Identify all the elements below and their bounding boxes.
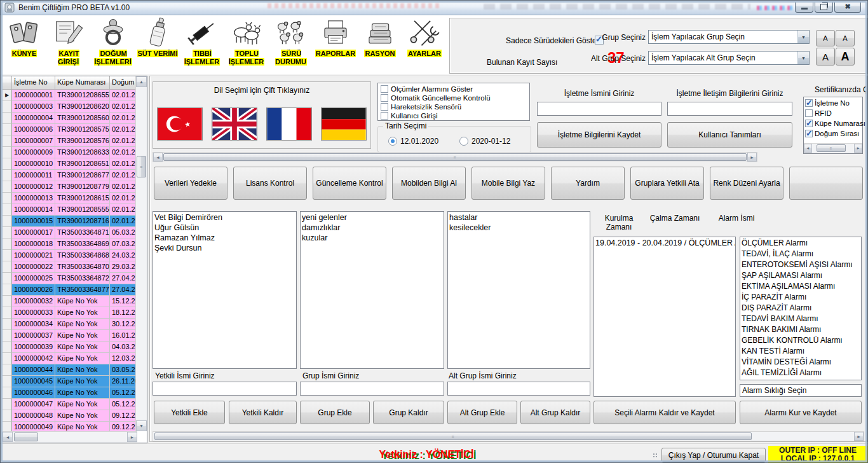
option-kullanici-girisi[interactable]: Kullanıcı Girişi: [381, 111, 529, 120]
table-cell[interactable]: TR39001208560: [55, 113, 110, 124]
table-cell[interactable]: 1000000046: [12, 387, 55, 399]
list-item[interactable]: İÇ PARAZİT Alarmı: [742, 292, 861, 303]
altgrup-kaldir-button[interactable]: Alt Grup Kaldır: [520, 401, 590, 424]
table-cell[interactable]: 02.01.20: [110, 101, 136, 113]
table-cell[interactable]: 1000000012: [12, 181, 55, 193]
alarm-types-list[interactable]: ÖLÇÜMLER AlarmıTEDAVİ, İLAÇ AlarmıENTERO…: [740, 237, 862, 380]
toolbar-item-dogum-islemleri[interactable]: DOĞUM İŞLEMLERİ: [92, 15, 135, 74]
checkbox[interactable]: [805, 109, 813, 117]
action-button-mobilden-bilgi-al[interactable]: Mobilden Bilgi Al: [392, 167, 466, 200]
groups-list[interactable]: yeni gelenlerdamızlıklarkuzular: [300, 211, 444, 369]
table-cell[interactable]: TR39001208655: [55, 90, 110, 101]
table-cell[interactable]: 1000000018: [12, 238, 55, 250]
list-item[interactable]: EKTİMA AŞILAMASI Alarmı: [742, 281, 861, 292]
table-row[interactable]: 1000000042Küpe No Yok12.03.20: [3, 353, 136, 364]
logout-button[interactable]: Çıkış Yap / Oturumu Kapat: [661, 448, 766, 462]
table-row[interactable]: 1000000007TR3900120857602.01.20: [3, 135, 136, 147]
table-cell[interactable]: TR35003364870: [55, 261, 110, 273]
row-selector[interactable]: [3, 410, 12, 422]
font-size-button-2[interactable]: A: [836, 30, 855, 46]
checkbox[interactable]: [381, 94, 388, 102]
table-cell[interactable]: TR35003364872: [55, 273, 110, 284]
table-cell[interactable]: 1000000032: [12, 296, 55, 307]
list-item[interactable]: ÖLÇÜMLER Alarmı: [742, 238, 861, 249]
chevron-down-icon[interactable]: ▼: [797, 52, 809, 64]
list-item[interactable]: VİTAMİN DESTEĞİ Alarmı: [742, 357, 861, 368]
list-item[interactable]: Ramazan Yılmaz: [154, 233, 296, 243]
grup-kaldir-button[interactable]: Grup Kaldır: [373, 401, 444, 424]
scroll-down-icon[interactable]: ▼: [136, 420, 147, 431]
table-vertical-scrollbar[interactable]: ▲ ≡ ▼: [135, 76, 147, 431]
list-item[interactable]: GEBELİK KONTROLÜ Alarmı: [742, 335, 861, 346]
row-selector[interactable]: [3, 101, 12, 113]
table-row[interactable]: 1000000012TR3900120877902.01.20: [3, 181, 136, 193]
list-item[interactable]: ENTEROTOKSEMİ AŞISI Alarmı: [742, 259, 861, 270]
row-selector[interactable]: [3, 250, 12, 261]
table-row[interactable]: 1000000032Küpe No Yok15.12.20: [3, 296, 136, 307]
list-item[interactable]: 19.04.2019 - 20.04.2019 / ÖLÇÜMLER Alarm…: [595, 238, 735, 248]
row-selector[interactable]: [3, 261, 12, 273]
certificate-option[interactable]: Doğum Sırası: [805, 128, 868, 139]
table-row[interactable]: 1000000003TR3900120862002.01.20: [3, 101, 136, 113]
table-horizontal-scrollbar[interactable]: ◄ ►: [3, 431, 137, 443]
scroll-right-icon[interactable]: ►: [854, 144, 862, 153]
scrollbar-thumb[interactable]: [14, 432, 38, 441]
table-cell[interactable]: 24.03.20: [110, 250, 136, 261]
action-button-empty[interactable]: [789, 167, 863, 200]
table-cell[interactable]: Küpe No Yok: [55, 342, 110, 353]
table-cell[interactable]: 02.01.20: [110, 113, 136, 124]
table-row[interactable]: 1000000006TR3900120857502.01.20: [3, 124, 136, 135]
row-selector[interactable]: [3, 193, 12, 204]
table-row[interactable]: 1000000025TR3500336487227.04.20: [3, 273, 136, 284]
table-cell[interactable]: TR39001208779: [55, 181, 110, 193]
table-row[interactable]: 1000000015TR3900120871602.01.20: [3, 216, 136, 227]
list-item[interactable]: TEDAVİ BAKIM Alarmı: [742, 314, 861, 324]
row-selector[interactable]: [3, 353, 12, 364]
table-cell[interactable]: TR39001208633: [55, 147, 110, 158]
table-cell[interactable]: TR39001208555: [55, 204, 110, 216]
table-row[interactable]: 1000000018TR3500336486907.03.20: [3, 238, 136, 250]
row-selector[interactable]: [3, 342, 12, 353]
table-cell[interactable]: 1000000017: [12, 227, 55, 238]
row-selector[interactable]: [3, 204, 12, 216]
table-cell[interactable]: 1000000048: [12, 410, 55, 422]
table-cell[interactable]: 1000000007: [12, 135, 55, 147]
row-selector[interactable]: [3, 238, 12, 250]
flag-germany[interactable]: [321, 107, 367, 141]
table-cell[interactable]: 18.12.20: [110, 307, 136, 319]
table-cell[interactable]: 02.01.20: [110, 147, 136, 158]
table-cell[interactable]: Küpe No Yok: [55, 353, 110, 364]
row-selector[interactable]: [3, 399, 12, 410]
list-item[interactable]: hastalar: [449, 212, 590, 223]
save-farm-info-button[interactable]: İşletme Bilgilerini Kaydet: [537, 122, 661, 148]
scroll-right-icon[interactable]: ►: [747, 153, 757, 162]
table-row[interactable]: 1000000037Küpe No Yok16.01.20: [3, 330, 136, 342]
table-cell[interactable]: 1000000044: [12, 364, 55, 376]
list-item[interactable]: kesilecekler: [449, 223, 590, 233]
list-item[interactable]: KAN TESTİ Alarmı: [742, 346, 861, 357]
row-selector[interactable]: ▶: [3, 90, 12, 101]
table-row[interactable]: ▶1000000001TR3900120865502.01.20: [3, 90, 136, 101]
row-selector[interactable]: [3, 158, 12, 170]
row-selector[interactable]: [3, 296, 12, 307]
table-row[interactable]: 1000000011TR3900120867702.01.20: [3, 170, 136, 181]
scrollbar-thumb[interactable]: ≡: [154, 432, 752, 440]
row-selector[interactable]: [3, 135, 12, 147]
table-row[interactable]: 1000000017TR3500336487105.03.20: [3, 227, 136, 238]
table-cell[interactable]: 1000000037: [12, 330, 55, 342]
row-selector[interactable]: [3, 216, 12, 227]
action-button-yard-m[interactable]: Yardım: [551, 167, 625, 200]
toolbar-item-kunye[interactable]: KÜNYE: [3, 15, 46, 74]
table-row[interactable]: 1000000046Küpe No Yok05.12.20: [3, 387, 136, 399]
scroll-left-icon[interactable]: ◄: [804, 144, 812, 153]
date-format-option-2[interactable]: 2020-01-12: [459, 137, 510, 146]
grup-ekle-button[interactable]: Grup Ekle: [300, 401, 370, 424]
list-item[interactable]: AĞIL TEMİZLİĞİ Alarmı: [742, 368, 861, 378]
table-cell[interactable]: 09.12.20: [110, 410, 136, 422]
table-cell[interactable]: 1000000026: [12, 284, 55, 296]
row-selector[interactable]: [3, 319, 12, 330]
table-cell[interactable]: 1000000034: [12, 319, 55, 330]
action-button-lisans-kontrol[interactable]: Lisans Kontrol: [233, 167, 307, 200]
table-cell[interactable]: Küpe No Yok: [55, 307, 110, 319]
table-cell[interactable]: 1000000013: [12, 193, 55, 204]
